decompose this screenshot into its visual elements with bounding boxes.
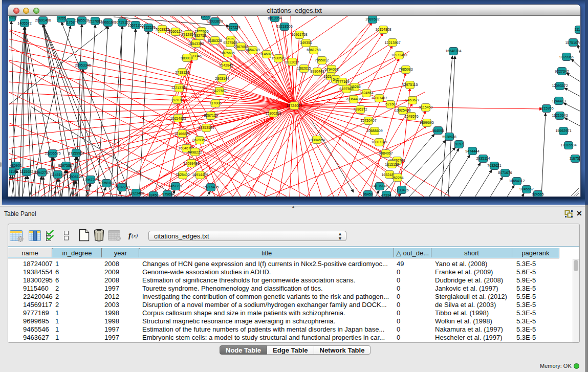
svg-text:8990448: 8990448 (310, 70, 324, 73)
svg-text:149351: 149351 (300, 41, 312, 45)
svg-text:14099489: 14099489 (183, 162, 199, 165)
svg-text:7515526: 7515526 (141, 26, 155, 29)
svg-text:19218506: 19218506 (276, 25, 292, 28)
svg-text:20691406: 20691406 (35, 18, 51, 22)
svg-text:12213967: 12213967 (384, 41, 400, 45)
svg-text:16210643: 16210643 (552, 114, 568, 117)
svg-text:1527602: 1527602 (88, 19, 102, 23)
svg-text:9329966: 9329966 (559, 55, 573, 59)
svg-text:8427552: 8427552 (212, 89, 226, 93)
svg-text:6497568: 6497568 (339, 87, 353, 91)
svg-text:924565: 924565 (532, 192, 543, 196)
svg-text:16914479: 16914479 (192, 173, 208, 177)
svg-text:17359924: 17359924 (68, 151, 84, 155)
svg-text:10807487: 10807487 (371, 96, 387, 100)
svg-text:12942757: 12942757 (34, 171, 50, 174)
svg-text:12923468: 12923468 (128, 191, 144, 195)
svg-text:2718126: 2718126 (175, 71, 189, 74)
svg-text:7357224: 7357224 (226, 26, 240, 29)
svg-text:39119: 39119 (9, 170, 16, 173)
svg-text:1758: 1758 (67, 20, 75, 24)
svg-text:9457791: 9457791 (168, 184, 182, 188)
svg-text:9327508: 9327508 (223, 41, 237, 45)
svg-text:3875685: 3875685 (221, 51, 234, 55)
svg-text:62160: 62160 (385, 102, 396, 106)
svg-text:9474444: 9474444 (465, 149, 479, 153)
svg-text:1588520: 1588520 (271, 56, 285, 60)
svg-text:19384554: 19384554 (309, 138, 324, 142)
svg-text:3624554: 3624554 (359, 91, 373, 95)
svg-text:9463627: 9463627 (405, 98, 419, 102)
svg-text:87969: 87969 (162, 192, 172, 196)
svg-text:164095: 164095 (432, 129, 444, 133)
svg-text:9242845: 9242845 (219, 63, 233, 67)
svg-text:10654112: 10654112 (509, 179, 525, 183)
svg-text:8454749: 8454749 (246, 48, 259, 52)
svg-text:2935114: 2935114 (476, 157, 490, 160)
svg-text:10688609: 10688609 (366, 129, 382, 133)
svg-text:485901: 485901 (10, 164, 21, 167)
svg-text:1115682: 1115682 (20, 170, 33, 173)
svg-text:16154808: 16154808 (375, 28, 391, 31)
svg-text:7663822: 7663822 (155, 28, 169, 31)
svg-text:9899695: 9899695 (420, 121, 433, 124)
svg-text:10025438: 10025438 (395, 108, 410, 112)
svg-text:7955812: 7955812 (315, 58, 329, 62)
svg-text:116753: 116753 (570, 157, 580, 160)
svg-text:15300293: 15300293 (265, 112, 281, 115)
svg-text:989018: 989018 (181, 56, 192, 60)
svg-text:7986372: 7986372 (353, 107, 367, 111)
svg-text:7485083: 7485083 (399, 68, 412, 71)
svg-text:16782759: 16782759 (114, 185, 129, 189)
svg-text:11171: 11171 (575, 28, 580, 31)
svg-text:18724007: 18724007 (286, 104, 302, 107)
svg-text:96450: 96450 (363, 192, 373, 196)
svg-text:2087682: 2087682 (365, 17, 379, 21)
svg-text:9115460: 9115460 (419, 105, 433, 109)
svg-text:6794028: 6794028 (324, 68, 338, 71)
svg-text:1244413: 1244413 (552, 99, 565, 103)
svg-text:8267130: 8267130 (204, 114, 217, 117)
svg-text:252254: 252254 (391, 176, 403, 180)
svg-text:16648784: 16648784 (445, 49, 461, 53)
svg-text:240557: 240557 (9, 16, 17, 19)
svg-text:10958107: 10958107 (98, 181, 114, 185)
svg-text:90975867: 90975867 (58, 164, 74, 167)
svg-text:9146821: 9146821 (259, 52, 273, 56)
svg-text:7632621: 7632621 (487, 164, 501, 167)
svg-text:15751074: 15751074 (565, 41, 580, 45)
svg-text:18807249: 18807249 (371, 140, 387, 144)
svg-text:2803144: 2803144 (215, 77, 229, 80)
svg-text:92450: 92450 (148, 193, 159, 196)
svg-text:12975115: 12975115 (402, 83, 418, 86)
svg-text:17016504: 17016504 (560, 143, 576, 147)
svg-text:8215955: 8215955 (539, 106, 553, 110)
svg-text:8678352: 8678352 (192, 138, 206, 142)
svg-text:8912954: 8912954 (181, 33, 195, 36)
svg-text:117006: 117006 (210, 101, 222, 105)
svg-text:9197: 9197 (455, 142, 463, 146)
svg-text:1549576: 1549576 (404, 115, 418, 118)
svg-text:8660124: 8660124 (168, 30, 182, 33)
svg-text:1733426: 1733426 (395, 188, 408, 192)
svg-text:17957225: 17957225 (82, 178, 98, 182)
svg-text:12093572: 12093572 (552, 84, 568, 87)
svg-text:10973493: 10973493 (391, 53, 407, 57)
svg-text:16961758: 16961758 (291, 33, 307, 36)
svg-text:20206576: 20206576 (45, 151, 60, 155)
svg-text:9777169: 9777169 (335, 80, 349, 83)
svg-text:8822037: 8822037 (285, 60, 299, 64)
svg-text:5938928: 5938928 (442, 135, 456, 139)
svg-text:19166829: 19166829 (174, 132, 190, 136)
svg-text:12213389: 12213389 (171, 86, 187, 90)
svg-text:16033809: 16033809 (207, 19, 223, 23)
svg-text:1362615: 1362615 (297, 67, 311, 70)
svg-text:9084067: 9084067 (379, 151, 393, 155)
svg-text:8813054: 8813054 (268, 16, 281, 20)
svg-text:14136141: 14136141 (372, 184, 387, 188)
svg-text:29053346: 29053346 (75, 63, 91, 67)
svg-text:6966160: 6966160 (101, 20, 115, 24)
svg-text:6961758: 6961758 (307, 48, 320, 52)
svg-text:12905135: 12905135 (67, 175, 82, 179)
svg-text:15716485: 15716485 (203, 185, 219, 189)
